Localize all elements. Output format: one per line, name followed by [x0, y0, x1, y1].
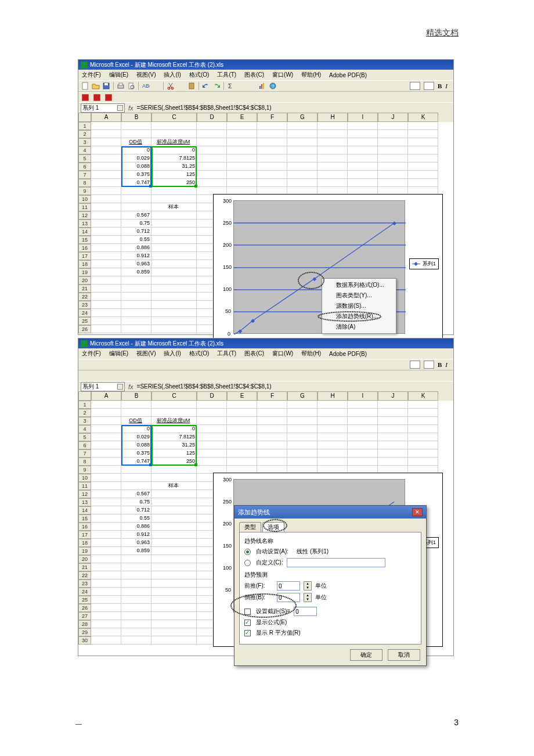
cell[interactable]	[91, 276, 121, 285]
col-A[interactable]: A	[91, 391, 121, 401]
cell[interactable]: 0.859	[121, 268, 151, 276]
pdf-icon-1[interactable]	[81, 372, 90, 380]
cell[interactable]	[287, 163, 317, 171]
cell[interactable]	[287, 130, 317, 138]
ctx-source-data[interactable]: 源数据(S)...	[322, 301, 396, 311]
ctx-clear[interactable]: 清除(A)	[322, 322, 396, 332]
spreadsheet-grid[interactable]: A B C D E F G H I J K 123456789101112131…	[78, 113, 453, 333]
row-header[interactable]: 6	[78, 163, 91, 171]
menu-edit[interactable]: 编辑(E)	[109, 350, 128, 358]
cell[interactable]	[408, 122, 438, 130]
cell[interactable]	[91, 179, 121, 187]
cell[interactable]	[151, 514, 197, 523]
cell[interactable]: 7.8125	[151, 433, 197, 441]
pdf-icon-2[interactable]	[92, 372, 102, 380]
cell[interactable]: 0	[151, 425, 197, 433]
row-header[interactable]: 29	[78, 628, 91, 636]
cell[interactable]	[151, 293, 197, 301]
cell[interactable]	[91, 523, 121, 531]
menu-format[interactable]: 格式(O)	[189, 350, 209, 358]
cell[interactable]	[91, 211, 121, 219]
row-header[interactable]: 21	[78, 563, 91, 571]
cell[interactable]	[348, 425, 378, 433]
cell[interactable]: 0.55	[121, 514, 151, 523]
cell[interactable]	[348, 122, 378, 130]
cell[interactable]	[197, 122, 227, 130]
cell[interactable]	[197, 130, 227, 138]
cell[interactable]	[348, 458, 378, 466]
cell[interactable]	[151, 571, 197, 579]
cell[interactable]	[317, 409, 348, 417]
select-all-corner[interactable]	[78, 113, 91, 122]
custom-name-input[interactable]	[287, 558, 385, 567]
row-header[interactable]: 5	[78, 154, 91, 163]
cell[interactable]: 标准品浓度uM	[151, 417, 197, 425]
cell[interactable]: OD值	[121, 417, 151, 425]
cell[interactable]	[197, 425, 227, 433]
open-icon[interactable]	[91, 81, 100, 91]
row-header[interactable]: 10	[78, 474, 91, 482]
row-header[interactable]: 2	[78, 409, 91, 417]
cell[interactable]	[91, 547, 121, 555]
fx-icon[interactable]: fx	[128, 383, 134, 390]
cell[interactable]: 0.912	[121, 252, 151, 260]
cell[interactable]	[91, 317, 121, 325]
cell[interactable]: 0.029	[121, 433, 151, 441]
cell[interactable]	[91, 498, 121, 506]
select-all-corner[interactable]	[78, 391, 91, 401]
trendline-dialog[interactable]: 添加趋势线 ✕ 类型 选项 趋势线名称 自动设置(A):线性 (系列1) 自定义…	[234, 505, 427, 666]
cell[interactable]	[378, 138, 408, 146]
close-icon[interactable]: ✕	[412, 508, 423, 516]
radio-custom[interactable]	[244, 560, 251, 566]
cell[interactable]	[227, 409, 257, 417]
cell[interactable]: 0.712	[121, 228, 151, 236]
cell[interactable]	[151, 490, 197, 498]
cell[interactable]	[121, 317, 151, 325]
cell[interactable]	[227, 433, 257, 441]
cell[interactable]	[151, 588, 197, 596]
cell[interactable]	[348, 163, 378, 171]
ctx-format-series[interactable]: 数据系列格式(O)...	[322, 280, 396, 290]
redo-icon[interactable]	[212, 81, 221, 91]
row-header[interactable]: 24	[78, 309, 91, 317]
pdf-icon-2[interactable]	[92, 93, 102, 101]
cell[interactable]: 31.25	[151, 163, 197, 171]
cell[interactable]: 0.75	[121, 219, 151, 228]
row-header[interactable]: 11	[78, 203, 91, 211]
cell[interactable]	[151, 244, 197, 252]
cell[interactable]	[151, 301, 197, 309]
cell[interactable]	[227, 425, 257, 433]
cell[interactable]	[91, 409, 121, 417]
row-header[interactable]: 25	[78, 317, 91, 325]
row-header[interactable]: 17	[78, 252, 91, 260]
undo-icon[interactable]	[201, 81, 211, 91]
cell[interactable]: 0.567	[121, 490, 151, 498]
cell[interactable]	[151, 498, 197, 506]
cell[interactable]	[287, 154, 317, 163]
cell[interactable]	[287, 417, 317, 425]
row-header[interactable]: 24	[78, 588, 91, 596]
cell[interactable]	[378, 171, 408, 179]
cell[interactable]: 0.963	[121, 260, 151, 268]
menu-help[interactable]: 帮助(H)	[301, 71, 321, 79]
cell[interactable]	[151, 596, 197, 604]
cell[interactable]	[197, 417, 227, 425]
spell-icon[interactable]: ABC	[141, 81, 150, 91]
cell[interactable]	[197, 441, 227, 449]
spinner-up-down-icon[interactable]: ▲▼	[304, 581, 312, 591]
cell[interactable]	[408, 441, 438, 449]
cell[interactable]	[151, 187, 197, 195]
cell[interactable]	[257, 154, 287, 163]
cell[interactable]	[197, 154, 227, 163]
checkbox-show-r2[interactable]	[244, 630, 251, 636]
cell[interactable]	[257, 401, 287, 409]
cell[interactable]	[151, 285, 197, 293]
tab-type[interactable]: 类型	[239, 522, 261, 532]
cell[interactable]	[317, 433, 348, 441]
col-K[interactable]: K	[408, 391, 438, 401]
font-dropdown[interactable]	[410, 82, 420, 90]
cell[interactable]	[91, 228, 121, 236]
checkbox-intercept[interactable]	[244, 609, 251, 615]
cell[interactable]	[227, 163, 257, 171]
cell[interactable]	[151, 563, 197, 571]
